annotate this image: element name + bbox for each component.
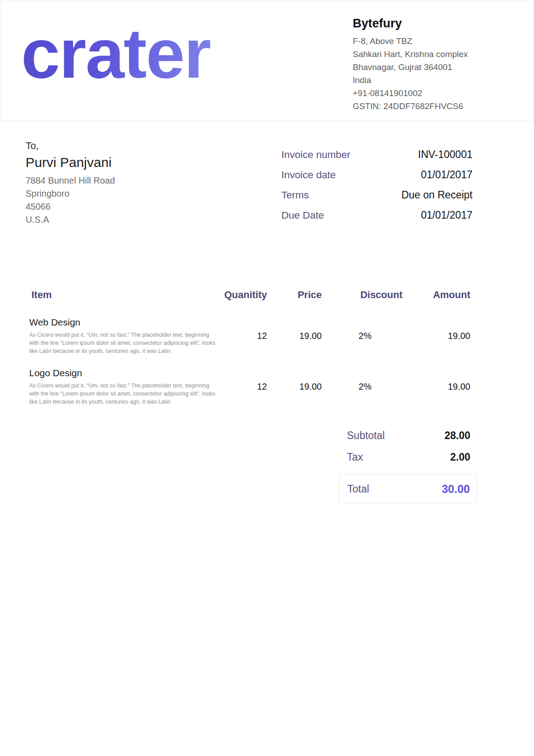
item-price: 19.00 [267, 368, 322, 418]
item-price: 19.00 [267, 317, 322, 368]
meta-row-invoice-number: Invoice number INV-100001 [281, 148, 473, 161]
items-header-row: Item Quanitity Price Discount Amount [29, 289, 470, 317]
item-name: Logo Design [29, 368, 220, 378]
item-quantity: 12 [220, 368, 267, 418]
table-row: Web Design As Cicero would put it, “Um, … [29, 317, 470, 368]
total-value: 30.00 [442, 483, 470, 496]
terms-label: Terms [281, 189, 309, 202]
totals-block: Subtotal 28.00 Tax 2.00 Total 30.00 [339, 425, 477, 503]
column-header-discount: Discount [322, 289, 403, 317]
item-amount: 19.00 [403, 317, 470, 368]
due-date-label: Due Date [281, 209, 324, 222]
column-header-price: Price [267, 289, 322, 317]
table-bottom-divider [29, 416, 504, 416]
column-header-quantity: Quanitity [220, 289, 267, 317]
customer-address-line: U.S.A [26, 213, 115, 226]
meta-row-terms: Terms Due on Receipt [281, 189, 473, 202]
company-address-line: Bhavnagar, Gujrat 364001 [353, 61, 528, 74]
subtotal-label: Subtotal [347, 430, 385, 442]
invoice-date-label: Invoice date [281, 169, 336, 181]
item-description: As Cicero would put it, “Um, not so fast… [29, 331, 218, 355]
company-address-line: Sahkari Hart, Krishna complex [353, 48, 528, 61]
bill-to-label: To, [26, 140, 115, 152]
company-address-line: India [353, 74, 528, 87]
invoice-header: crater Bytefury F-8, Above TBZ Sahkari H… [0, 0, 534, 121]
company-info: Bytefury F-8, Above TBZ Sahkari Hart, Kr… [353, 17, 528, 113]
item-discount: 2% [322, 317, 403, 368]
meta-row-due-date: Due Date 01/01/2017 [281, 209, 473, 222]
tax-value: 2.00 [450, 451, 470, 463]
invoice-page: crater Bytefury F-8, Above TBZ Sahkari H… [0, 0, 534, 756]
item-description: As Cicero would put it, “Um, not so fast… [29, 382, 218, 406]
item-amount: 19.00 [403, 368, 470, 418]
total-box: Total 30.00 [339, 475, 477, 503]
customer-address-line: 45066 [26, 200, 115, 213]
item-name: Web Design [29, 317, 220, 328]
customer-name: Purvi Panjvani [26, 155, 115, 170]
meta-row-invoice-date: Invoice date 01/01/2017 [281, 168, 473, 181]
bill-to-block: To, Purvi Panjvani 7884 Bunnel Hill Road… [26, 140, 115, 226]
item-quantity: 12 [220, 317, 267, 368]
item-discount: 2% [322, 368, 403, 418]
invoice-meta: Invoice number INV-100001 Invoice date 0… [281, 148, 473, 229]
item-cell: Web Design As Cicero would put it, “Um, … [29, 317, 220, 368]
company-gstin: GSTIN: 24DDF7682FHVCS6 [353, 100, 528, 113]
invoice-number-label: Invoice number [281, 149, 350, 161]
tax-label: Tax [347, 451, 363, 463]
table-row: Logo Design As Cicero would put it, “Um,… [29, 368, 470, 418]
company-phone: +91-08141901002 [353, 87, 528, 100]
crater-logo: crater [21, 18, 210, 88]
items-table: Item Quanitity Price Discount Amount Web… [29, 289, 470, 418]
customer-address-line: 7884 Bunnel Hill Road [26, 174, 115, 187]
invoice-number-value: INV-100001 [418, 148, 473, 161]
tax-row: Tax 2.00 [339, 446, 477, 468]
company-name: Bytefury [353, 17, 528, 31]
customer-address-line: Springboro [26, 187, 115, 200]
company-address-line: F-8, Above TBZ [353, 35, 528, 48]
column-header-amount: Amount [403, 289, 470, 317]
item-cell: Logo Design As Cicero would put it, “Um,… [29, 368, 220, 418]
subtotal-row: Subtotal 28.00 [339, 425, 477, 446]
terms-value: Due on Receipt [401, 189, 473, 201]
subtotal-value: 28.00 [444, 430, 470, 442]
total-label: Total [347, 483, 369, 495]
due-date-value: 01/01/2017 [421, 209, 473, 221]
invoice-date-value: 01/01/2017 [421, 168, 473, 181]
column-header-item: Item [29, 289, 220, 317]
